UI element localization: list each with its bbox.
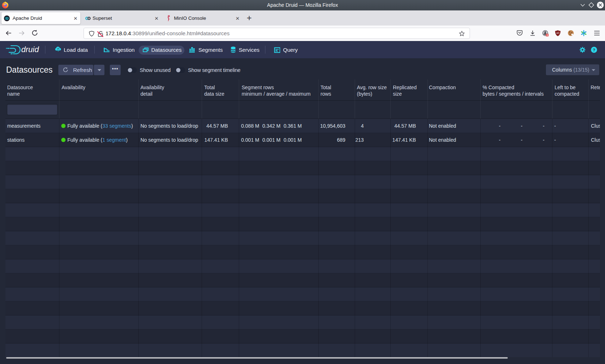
svg-text:?: ? <box>593 47 595 52</box>
svg-text:uO: uO <box>556 32 560 34</box>
